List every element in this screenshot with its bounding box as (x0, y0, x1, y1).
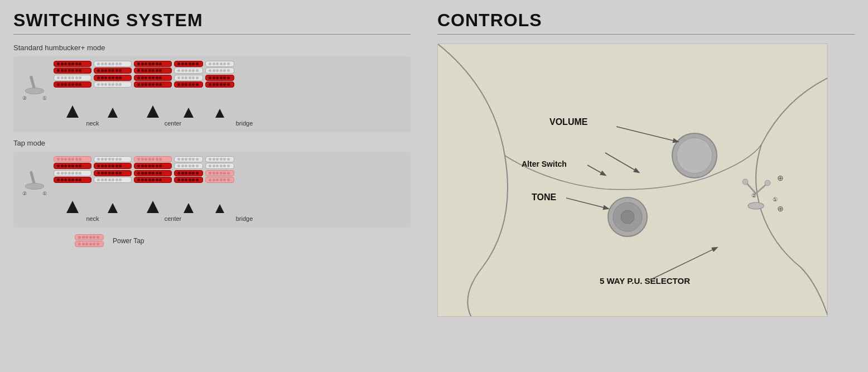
tap-bottom-row (54, 170, 234, 183)
tap-center-hb-bot (134, 170, 172, 183)
tap-neck-single-bot-2 (94, 177, 132, 183)
center-hb-top (134, 61, 172, 74)
tap-bridge-hb-top (174, 156, 203, 169)
switch-icon-standard (21, 66, 49, 94)
tap-bridge-hb-bot (174, 170, 203, 183)
switch-col-tap: ② ① (19, 156, 50, 196)
tap-neck-bot-1 (54, 170, 91, 176)
controls-section: CONTROLS (424, 0, 868, 372)
tap-neck-single-bot-1 (94, 170, 132, 176)
tap-top-row (54, 156, 234, 169)
controls-diagram: ② ① VOLUME Alter Switch TONE (437, 44, 828, 317)
tap-neck-hb-bot (54, 170, 91, 183)
tap-neck-label: neck (54, 215, 132, 222)
controls-divider (437, 34, 855, 35)
tap-center-bot-2 (134, 177, 172, 183)
bridge-hb-bot (174, 75, 203, 88)
svg-line-13 (650, 248, 717, 280)
tap-bridge-label: bridge (214, 215, 274, 222)
volume-label: VOLUME (549, 117, 588, 127)
neck-bot-coil-1 (54, 75, 91, 81)
svg-line-12 (566, 198, 608, 209)
tap-sw-num-1: ① (42, 191, 47, 196)
center-bot-coil-2 (134, 81, 172, 88)
tap-neck-single-top (94, 156, 132, 169)
tap-bridge-single-top-2 (205, 163, 234, 169)
svg-line-10 (616, 127, 678, 142)
tap-center-hb-top (134, 156, 172, 169)
tap-center-bot-1 (134, 170, 172, 176)
standard-center-label: center (134, 120, 212, 127)
tap-center-label: center (134, 215, 212, 222)
tap-mode-label: Tap mode (13, 139, 411, 147)
svg-text:①: ① (773, 196, 778, 202)
title-divider (13, 34, 411, 35)
svg-text:⊕: ⊕ (777, 173, 784, 182)
switch-icon-tap (21, 162, 49, 190)
bridge-top-coil-2 (174, 67, 203, 74)
svg-point-0 (677, 138, 712, 173)
switching-section: SWITCHING SYSTEM Standard humbucker+ mod… (0, 0, 424, 372)
legend-coil (75, 234, 104, 247)
tap-bridge-single-bot-1 (205, 170, 234, 176)
switch-col-standard: ② ① (19, 61, 50, 101)
svg-point-2 (621, 210, 634, 224)
selector-label: 5 WAY P.U. SELECTOR (600, 276, 690, 286)
neck-hb-bot (54, 75, 91, 88)
neck-single-top (94, 61, 132, 74)
sw-num-1: ① (42, 95, 47, 101)
controls-title: CONTROLS (437, 10, 855, 31)
tap-bridge-top-1 (174, 156, 203, 162)
tap-bridge-single-bot-2 (205, 177, 234, 183)
tap-neck-top-2 (54, 163, 91, 169)
legend-coil-bot (75, 241, 104, 247)
tap-center-top-1 (134, 156, 172, 162)
svg-text:②: ② (751, 192, 756, 199)
bridge-bot-coil-1 (174, 75, 203, 81)
bridge-top-coil-1 (174, 61, 203, 67)
tap-neck-single-top-2 (94, 163, 132, 169)
standard-mode-label: Standard humbucker+ mode (13, 44, 411, 52)
bridge-single-top-2 (205, 67, 234, 74)
standard-neck-label: neck (54, 120, 132, 127)
svg-line-11 (587, 165, 605, 175)
center-bot-coil-1 (134, 75, 172, 81)
neck-single-bot-1 (94, 75, 132, 81)
legend-coil-top (75, 234, 104, 240)
neck-single-top-2 (94, 67, 132, 74)
bridge-single-top (205, 61, 234, 74)
neck-top-coil-1 (54, 61, 91, 67)
tap-neck-top-1 (54, 156, 91, 162)
tap-bridge-bot-1 (174, 170, 203, 176)
neck-single-bot-2 (94, 81, 132, 88)
standard-bridge-label: bridge (214, 120, 274, 127)
legend-power-tap-label: Power Tap (113, 237, 144, 245)
neck-single-top-1 (94, 61, 132, 67)
bridge-single-bot-2 (205, 81, 234, 88)
svg-text:⊕: ⊕ (777, 204, 784, 213)
standard-mode-section: Standard humbucker+ mode ② ① (13, 44, 411, 132)
neck-top-coil-2 (54, 67, 91, 74)
controls-svg: ② ① VOLUME Alter Switch TONE (438, 44, 828, 317)
standard-top-row (54, 61, 234, 74)
tap-neck-single-top-1 (94, 156, 132, 162)
center-top-coil-2 (134, 67, 172, 74)
svg-line-9 (605, 153, 639, 172)
tap-bridge-bot-2 (174, 177, 203, 183)
standard-bottom-row (54, 75, 234, 88)
tone-label: TONE (532, 192, 556, 202)
standard-diagram-block: ② ① (13, 56, 411, 132)
center-hb-bot (134, 75, 172, 88)
bridge-bot-coil-2 (174, 81, 203, 88)
selector-body (748, 202, 764, 209)
svg-line-5 (756, 185, 766, 194)
svg-point-4 (742, 179, 748, 185)
neck-single-bot (94, 75, 132, 88)
tap-diagram-block: ② ① (13, 152, 411, 228)
tap-bridge-single-top-1 (205, 156, 234, 162)
bridge-single-bot (205, 75, 234, 88)
bridge-single-top-1 (205, 61, 234, 67)
tap-bridge-top-2 (174, 163, 203, 169)
neck-bot-coil-2 (54, 81, 91, 88)
legend-row: Power Tap (13, 234, 411, 247)
